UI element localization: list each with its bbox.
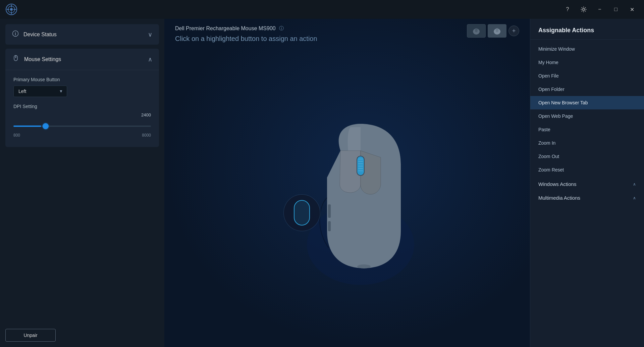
device-thumb-2[interactable] <box>488 24 506 38</box>
svg-rect-28 <box>328 221 331 231</box>
multimedia-actions-label: Multimedia Actions <box>538 195 580 201</box>
plus-icon: + <box>512 28 516 35</box>
device-status-title: Device Status <box>23 32 57 38</box>
action-item-zoom-reset[interactable]: Zoom Reset <box>530 163 644 177</box>
action-item-my-home[interactable]: My Home <box>530 56 644 69</box>
action-item-open-new-browser-tab[interactable]: Open New Browser Tab <box>530 96 644 109</box>
dpi-max-label: 8000 <box>142 133 151 138</box>
action-label-zoom-out: Zoom Out <box>538 154 559 159</box>
mouse-thumb-icon-1 <box>471 27 482 35</box>
mouse-settings-content: Primary Mouse Button Left Right ▼ DPI Se… <box>5 70 159 147</box>
mouse-thumb-icon-2 <box>492 27 502 35</box>
mouse-settings-chevron: ∧ <box>148 56 152 63</box>
highlighted-button <box>294 200 310 226</box>
device-thumb-1[interactable] <box>467 24 486 38</box>
primary-button-select-wrapper: Left Right ▼ <box>13 86 67 97</box>
title-bar-left <box>5 3 17 15</box>
minimize-button[interactable]: − <box>593 3 606 16</box>
main-container: i Device Status ∨ <box>0 19 644 347</box>
actions-panel-title: Assignable Actions <box>530 19 644 40</box>
device-status-header[interactable]: i Device Status ∨ <box>5 24 159 45</box>
app-logo-icon <box>5 3 17 15</box>
action-item-paste[interactable]: Paste <box>530 123 644 136</box>
windows-actions-header[interactable]: Windows Actions ∧ <box>530 177 644 190</box>
button-highlight-circle <box>283 194 320 231</box>
help-icon: ? <box>566 6 569 12</box>
dpi-value-display: 2400 <box>13 112 151 117</box>
primary-button-label: Primary Mouse Button <box>13 77 151 82</box>
action-label-minimize-window: Minimize Window <box>538 46 575 52</box>
dpi-setting-section: DPI Setting 2400 800 8000 <box>13 104 151 138</box>
svg-text:i: i <box>15 32 16 36</box>
device-name: Dell Premier Rechargeable Mouse MS900 <box>175 26 276 32</box>
action-item-zoom-in[interactable]: Zoom In <box>530 136 644 150</box>
left-panel-spacer <box>5 151 159 325</box>
dpi-range-labels: 800 8000 <box>13 133 151 138</box>
mouse-icon <box>12 55 19 64</box>
close-button[interactable]: ✕ <box>625 3 639 16</box>
center-area: + Dell Premier Rechargeable Mouse MS900 … <box>164 19 530 347</box>
svg-point-1 <box>10 8 13 11</box>
action-item-open-file[interactable]: Open File <box>530 69 644 83</box>
primary-button-field: Primary Mouse Button Left Right ▼ <box>13 77 151 97</box>
multimedia-actions-chevron-icon: ∧ <box>633 196 636 200</box>
left-panel: i Device Status ∨ <box>0 19 164 347</box>
dpi-min-label: 800 <box>13 133 20 138</box>
mouse-settings-section: Mouse Settings ∧ Primary Mouse Button Le… <box>5 49 159 147</box>
action-label-my-home: My Home <box>538 60 558 65</box>
device-status-section: i Device Status ∨ <box>5 24 159 45</box>
svg-rect-27 <box>328 204 331 218</box>
dpi-slider[interactable] <box>13 126 151 127</box>
svg-point-29 <box>357 264 371 268</box>
action-label-open-web-page: Open Web Page <box>538 113 573 119</box>
mouse-area <box>164 48 530 347</box>
mouse-settings-title: Mouse Settings <box>24 56 61 62</box>
dpi-slider-container <box>13 119 151 131</box>
unpair-button[interactable]: Unpair <box>5 329 56 342</box>
device-status-chevron: ∨ <box>148 31 152 38</box>
primary-button-select[interactable]: Left Right <box>13 86 67 97</box>
actions-list: Minimize Window My Home Open File Open F… <box>530 40 644 347</box>
action-item-open-web-page[interactable]: Open Web Page <box>530 109 644 123</box>
maximize-button[interactable]: □ <box>609 3 623 16</box>
info-circle-icon: i <box>12 30 19 39</box>
action-label-open-file: Open File <box>538 73 559 79</box>
mouse-settings-header-left: Mouse Settings <box>12 55 61 64</box>
action-label-open-folder: Open Folder <box>538 87 565 92</box>
mouse-svg-container <box>267 104 428 292</box>
svg-point-11 <box>15 57 16 58</box>
title-bar-right: ? − □ ✕ <box>561 3 639 16</box>
title-bar: ? − □ ✕ <box>0 0 644 19</box>
help-button[interactable]: ? <box>561 3 574 16</box>
device-thumbs: + <box>467 24 519 38</box>
multimedia-actions-header[interactable]: Multimedia Actions ∧ <box>530 190 644 204</box>
settings-button[interactable] <box>577 3 590 16</box>
add-device-button[interactable]: + <box>508 26 519 36</box>
svg-point-6 <box>583 8 585 10</box>
actions-panel: Assignable Actions Minimize Window My Ho… <box>530 19 644 347</box>
action-item-zoom-out[interactable]: Zoom Out <box>530 150 644 163</box>
dpi-label: DPI Setting <box>13 104 151 109</box>
windows-actions-label: Windows Actions <box>538 181 576 187</box>
minimize-icon: − <box>598 6 601 12</box>
action-label-zoom-reset: Zoom Reset <box>538 167 564 172</box>
gear-icon <box>581 6 587 12</box>
mouse-settings-header[interactable]: Mouse Settings ∧ <box>5 49 159 70</box>
action-label-zoom-in: Zoom In <box>538 140 555 146</box>
close-icon: ✕ <box>630 6 634 13</box>
action-item-open-folder[interactable]: Open Folder <box>530 83 644 96</box>
device-info-icon[interactable]: ⓘ <box>279 26 284 32</box>
maximize-icon: □ <box>614 6 618 12</box>
action-label-open-new-browser-tab: Open New Browser Tab <box>538 100 588 105</box>
action-label-paste: Paste <box>538 127 550 132</box>
action-item-minimize-window[interactable]: Minimize Window <box>530 42 644 56</box>
windows-actions-chevron-icon: ∧ <box>633 182 636 187</box>
device-status-header-left: i Device Status <box>12 30 57 39</box>
